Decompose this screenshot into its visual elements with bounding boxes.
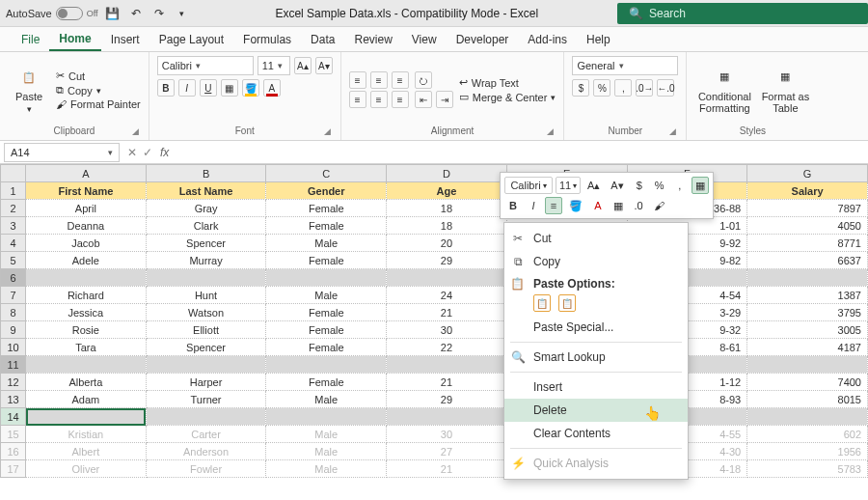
borders-button[interactable]: ▦ bbox=[221, 79, 238, 97]
cell[interactable]: 7400 bbox=[747, 374, 868, 391]
cm-copy[interactable]: ⧉Copy bbox=[504, 250, 688, 273]
cell[interactable]: Male bbox=[266, 235, 387, 252]
cell[interactable]: Female bbox=[266, 374, 387, 391]
accounting-button[interactable]: $ bbox=[572, 79, 589, 97]
cell[interactable]: 24 bbox=[387, 287, 507, 304]
cell[interactable]: Albert bbox=[26, 443, 147, 460]
cell[interactable]: 6637 bbox=[747, 252, 868, 269]
cell[interactable]: Fowler bbox=[146, 460, 266, 478]
cm-paste-option-1[interactable]: 📋 bbox=[533, 294, 551, 312]
cell[interactable]: Clark bbox=[146, 217, 266, 235]
decrease-decimal-button[interactable]: ←.0 bbox=[657, 79, 674, 97]
fill-color-button[interactable]: 🪣 bbox=[242, 79, 259, 97]
shrink-font-button[interactable]: A▾ bbox=[315, 57, 333, 74]
align-middle-button[interactable]: ≡ bbox=[370, 71, 388, 89]
cell[interactable] bbox=[26, 356, 147, 374]
row-header[interactable]: 6 bbox=[1, 269, 26, 287]
header-cell[interactable]: First Name bbox=[26, 182, 147, 200]
mini-percent[interactable]: % bbox=[651, 177, 668, 194]
cell[interactable]: Male bbox=[266, 287, 387, 304]
column-header[interactable]: D bbox=[387, 165, 507, 182]
header-cell[interactable]: Gender bbox=[266, 182, 387, 200]
cell[interactable] bbox=[26, 408, 147, 426]
cell[interactable]: Tara bbox=[26, 339, 147, 356]
cell[interactable]: 30 bbox=[387, 426, 507, 443]
tab-developer[interactable]: Developer bbox=[447, 27, 519, 51]
cell[interactable]: 8771 bbox=[747, 235, 868, 252]
cell[interactable]: Male bbox=[266, 443, 387, 460]
cell[interactable]: Male bbox=[266, 391, 387, 408]
header-cell[interactable]: Age bbox=[387, 182, 507, 200]
cell[interactable]: Kristian bbox=[26, 426, 147, 443]
cell[interactable]: 29 bbox=[387, 252, 507, 269]
cell[interactable]: 8015 bbox=[747, 391, 868, 408]
cell[interactable] bbox=[747, 356, 868, 374]
row-header[interactable]: 11 bbox=[1, 356, 26, 374]
cell[interactable]: 29 bbox=[387, 391, 507, 408]
align-bottom-button[interactable]: ≡ bbox=[392, 71, 409, 89]
increase-decimal-button[interactable]: .0→ bbox=[636, 79, 653, 97]
row-header[interactable]: 17 bbox=[1, 460, 26, 478]
copy-button[interactable]: ⧉Copy▾ bbox=[56, 84, 141, 97]
row-header[interactable]: 16 bbox=[1, 443, 26, 460]
cell[interactable] bbox=[26, 269, 147, 287]
cell[interactable]: Female bbox=[266, 217, 387, 235]
cell[interactable] bbox=[387, 269, 507, 287]
mini-italic[interactable]: I bbox=[525, 197, 542, 214]
cell[interactable]: Harper bbox=[146, 374, 266, 391]
cell[interactable]: 21 bbox=[387, 304, 507, 321]
bold-button[interactable]: B bbox=[157, 79, 175, 97]
tab-review[interactable]: Review bbox=[344, 27, 401, 51]
cell[interactable] bbox=[266, 408, 387, 426]
mini-align[interactable]: ≡ bbox=[545, 197, 562, 214]
mini-format-painter[interactable]: 🖌 bbox=[650, 197, 668, 214]
cell[interactable]: 21 bbox=[387, 460, 507, 478]
cell[interactable]: 5783 bbox=[747, 460, 868, 478]
tab-page-layout[interactable]: Page Layout bbox=[149, 27, 233, 51]
mini-font-size[interactable]: 11▾ bbox=[556, 177, 581, 194]
cell[interactable]: Spencer bbox=[146, 339, 266, 356]
percent-button[interactable]: % bbox=[593, 79, 610, 97]
cell[interactable]: 27 bbox=[387, 443, 507, 460]
row-header[interactable]: 10 bbox=[1, 339, 26, 356]
format-painter-button[interactable]: 🖌Format Painter bbox=[56, 98, 141, 110]
indent-increase-button[interactable]: ⇥ bbox=[436, 91, 453, 108]
cell[interactable]: Male bbox=[266, 460, 387, 478]
tab-view[interactable]: View bbox=[402, 27, 447, 51]
cell[interactable] bbox=[747, 269, 868, 287]
undo-icon[interactable]: ↶ bbox=[127, 5, 145, 22]
row-header[interactable]: 1 bbox=[1, 182, 26, 200]
cell[interactable]: 21 bbox=[387, 374, 507, 391]
cell[interactable]: Richard bbox=[26, 287, 147, 304]
cell[interactable]: Deanna bbox=[26, 217, 147, 235]
qat-dropdown-icon[interactable]: ▾ bbox=[174, 5, 191, 22]
cell[interactable]: 4050 bbox=[747, 217, 868, 235]
cell[interactable]: Carter bbox=[146, 426, 266, 443]
cell[interactable]: Jacob bbox=[26, 235, 147, 252]
cell[interactable] bbox=[146, 408, 266, 426]
cell[interactable]: Gray bbox=[146, 200, 266, 217]
enter-icon[interactable]: ✓ bbox=[143, 146, 152, 159]
align-left-button[interactable]: ≡ bbox=[349, 91, 366, 108]
autosave-toggle[interactable]: AutoSave Off bbox=[6, 7, 98, 20]
indent-decrease-button[interactable]: ⇤ bbox=[415, 91, 432, 108]
format-as-table-button[interactable]: ▦ Format as Table bbox=[760, 66, 810, 114]
cell[interactable]: 18 bbox=[387, 217, 507, 235]
cell[interactable] bbox=[146, 356, 266, 374]
mini-table-icon[interactable]: ▦ bbox=[692, 177, 709, 194]
header-cell[interactable]: Salary bbox=[747, 182, 868, 200]
wrap-text-button[interactable]: ↩Wrap Text bbox=[459, 76, 556, 89]
cell[interactable]: 20 bbox=[387, 235, 507, 252]
cm-smart-lookup[interactable]: 🔍Smart Lookup bbox=[504, 346, 688, 369]
cell[interactable] bbox=[747, 408, 868, 426]
mini-bold[interactable]: B bbox=[504, 197, 522, 214]
row-header[interactable]: 3 bbox=[1, 217, 26, 235]
cell[interactable]: Elliott bbox=[146, 321, 266, 339]
number-format-dropdown[interactable]: General▾ bbox=[572, 56, 678, 75]
merge-center-button[interactable]: ▭Merge & Center▾ bbox=[459, 91, 556, 103]
row-header[interactable]: 12 bbox=[1, 374, 26, 391]
row-header[interactable]: 9 bbox=[1, 321, 26, 339]
cancel-icon[interactable]: ✕ bbox=[127, 146, 137, 159]
align-center-button[interactable]: ≡ bbox=[370, 91, 388, 108]
cm-quick-analysis[interactable]: ⚡Quick Analysis bbox=[504, 452, 688, 475]
